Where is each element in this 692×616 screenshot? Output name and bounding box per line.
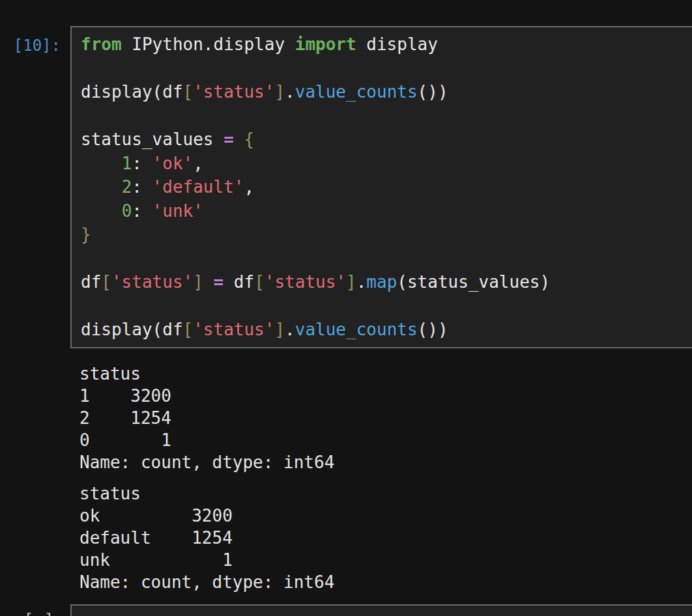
code-token: ] bbox=[274, 82, 285, 102]
code-token: . bbox=[356, 272, 367, 292]
code-line: } bbox=[81, 223, 683, 247]
code-token: : bbox=[132, 154, 152, 173]
cell-prompt: [10]: bbox=[0, 26, 70, 348]
code-token: { bbox=[244, 130, 254, 149]
code-token: } bbox=[81, 225, 91, 244]
code-line: display(df['status'].value_counts()) bbox=[81, 318, 683, 342]
code-token: 'status' bbox=[193, 82, 274, 102]
code-line: 0: 'unk' bbox=[81, 199, 683, 223]
code-line: display(df['status'].value_counts()) bbox=[81, 80, 683, 104]
code-token: (status_values) bbox=[397, 272, 550, 292]
code-token: = bbox=[214, 272, 224, 292]
next-code-editor[interactable] bbox=[70, 604, 692, 616]
next-code-cell bbox=[0, 604, 692, 616]
code-token: 'unk' bbox=[152, 201, 203, 221]
code-line bbox=[81, 57, 683, 81]
code-token: status_values bbox=[81, 130, 223, 149]
code-line bbox=[81, 247, 683, 271]
code-token: ] bbox=[193, 272, 203, 292]
code-token: : bbox=[132, 177, 152, 197]
code-cell: [10]: from IPython.display import displa… bbox=[0, 26, 692, 348]
code-token: 1 bbox=[122, 154, 132, 173]
code-token: : bbox=[132, 201, 152, 221]
code-token: from bbox=[81, 35, 122, 54]
code-content[interactable]: from IPython.display import displaydispl… bbox=[72, 27, 692, 347]
code-token: ()) bbox=[418, 82, 448, 102]
code-token: , bbox=[193, 154, 203, 173]
code-token: [ bbox=[183, 82, 194, 102]
code-token bbox=[81, 154, 122, 173]
output-area: status 1 3200 2 1254 0 1 Name: count, dt… bbox=[70, 359, 692, 597]
code-token: 'ok' bbox=[152, 154, 194, 173]
code-token: df bbox=[223, 272, 254, 292]
code-token: df bbox=[81, 272, 101, 292]
code-token bbox=[203, 272, 214, 292]
next-cell-prompt: [ ]: bbox=[23, 611, 65, 616]
code-token: ] bbox=[346, 272, 356, 292]
code-token: display(df bbox=[81, 320, 183, 339]
code-token: import bbox=[295, 35, 356, 54]
code-token bbox=[81, 177, 122, 197]
code-token: . bbox=[285, 82, 295, 102]
code-token: 0 bbox=[122, 201, 132, 221]
code-token: = bbox=[223, 130, 234, 149]
code-token: 'status' bbox=[193, 320, 274, 339]
code-line: df['status'] = df['status'].map(status_v… bbox=[81, 270, 683, 294]
code-line bbox=[81, 294, 683, 318]
output-text-2: status ok 3200 default 1254 unk 1 Name: … bbox=[70, 479, 692, 597]
code-token: display(df bbox=[81, 82, 183, 102]
code-line: from IPython.display import display bbox=[81, 33, 683, 57]
code-token: [ bbox=[101, 272, 111, 292]
code-token: 2 bbox=[122, 177, 132, 197]
output-text-1: status 1 3200 2 1254 0 1 Name: count, dt… bbox=[70, 359, 692, 477]
code-token: 'status' bbox=[111, 272, 193, 292]
code-line: 2: 'default', bbox=[81, 175, 683, 199]
code-token: ()) bbox=[418, 320, 448, 339]
code-token: 'status' bbox=[265, 272, 346, 292]
code-token: value_counts bbox=[295, 82, 418, 102]
code-line: status_values = { bbox=[81, 128, 683, 152]
code-token: IPython.display bbox=[122, 35, 295, 54]
code-editor[interactable]: from IPython.display import displaydispl… bbox=[70, 26, 692, 348]
code-line bbox=[81, 104, 683, 128]
code-token: ] bbox=[274, 320, 285, 339]
code-token: value_counts bbox=[295, 320, 418, 339]
code-token: display bbox=[356, 35, 438, 54]
notebook-scroll-area[interactable]: [10]: from IPython.display import displa… bbox=[0, 0, 692, 616]
code-token: map bbox=[366, 272, 397, 292]
code-token: 'default' bbox=[152, 177, 244, 197]
code-token bbox=[234, 130, 244, 149]
code-token: [ bbox=[183, 320, 194, 339]
code-token bbox=[81, 201, 122, 221]
code-token: . bbox=[285, 320, 295, 339]
code-token: , bbox=[244, 177, 254, 197]
code-line: 1: 'ok', bbox=[81, 152, 683, 176]
code-token: [ bbox=[254, 272, 265, 292]
